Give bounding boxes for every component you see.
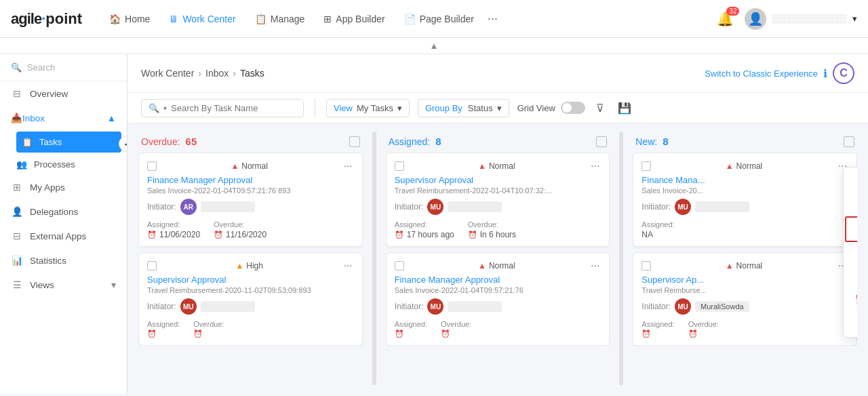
add-planner-icon: 📅 [854, 294, 857, 305]
card-checkbox[interactable] [642, 161, 651, 171]
card-assigned-1: ▲ Normal ··· Supervisor Approval Travel … [386, 153, 610, 247]
sidebar-item-myapps[interactable]: ⊞ My Apps [0, 175, 127, 199]
notification-button[interactable]: 🔔 32 [714, 8, 736, 30]
card-priority: ▲ Normal [231, 161, 268, 171]
myapps-icon: ⊞ [11, 182, 23, 193]
initiator-label: Initiator: [395, 202, 424, 212]
card-checkbox[interactable] [395, 161, 404, 171]
ctx-eform-report[interactable]: ≡ eForm Report View [844, 311, 857, 334]
card-title[interactable]: Finance Manager Approval [395, 275, 601, 285]
group-label: Group By [425, 103, 462, 113]
card-menu-button[interactable]: ··· [342, 260, 353, 272]
breadcrumb: Work Center › Inbox › Tasks [141, 68, 264, 79]
overdue-date: Overdue: ⏰ [193, 320, 224, 338]
card-menu-button[interactable]: ··· [342, 160, 353, 172]
logo[interactable]: agile·point [11, 10, 82, 28]
col-assigned-cards: ▲ Normal ··· Supervisor Approval Travel … [386, 153, 610, 346]
col-header-assigned: Assigned: 8 [386, 132, 610, 153]
assigned-label: Assigned: [395, 320, 427, 328]
switch-classic-link[interactable]: Switch to Classic Experience [705, 68, 818, 79]
sidebar-search[interactable]: 🔍 Search [0, 54, 127, 81]
add-watchlist-icon: ⚙ [854, 271, 857, 282]
assigned-label: Assigned: [642, 220, 674, 229]
col-assigned-checkbox[interactable] [596, 136, 607, 147]
ctx-take-assignment[interactable]: 👤 Take Assignment [845, 216, 857, 242]
user-circle-icon[interactable]: C [833, 62, 854, 84]
nav-manage[interactable]: 📋 Manage [247, 9, 313, 28]
assigned-val: NA [642, 230, 674, 239]
group-select[interactable]: Group By Status ▾ [418, 99, 509, 117]
assigned-date: Assigned: ⏰ [147, 320, 180, 338]
col-new-checkbox[interactable] [844, 136, 854, 147]
sidebar-item-delegations[interactable]: 👤 Delegations [0, 199, 127, 224]
card-dates: Assigned: ⏰17 hours ago Overdue: ⏰In 6 h… [395, 220, 601, 239]
sidebar-item-externalapps[interactable]: ⊟ External Apps [0, 224, 127, 248]
sidebar-item-processes[interactable]: 👥 Processes [11, 154, 127, 175]
save-icon[interactable]: 💾 [615, 99, 634, 117]
card-checkbox[interactable] [147, 261, 157, 271]
priority-label: Normal [489, 261, 515, 271]
ctx-add-watchlist[interactable]: ⚙ Add To Watchlist [844, 265, 857, 288]
sidebar-item-views[interactable]: ☰ Views ▾ [0, 273, 127, 297]
more-button[interactable]: ··· [485, 12, 500, 26]
ctx-add-planner[interactable]: 📅 Add To Planner [844, 288, 857, 311]
assigned-label: Assigned: [147, 320, 180, 328]
sidebar-item-statistics-label: Statistics [30, 256, 66, 266]
filter-icon[interactable]: ⊽ [593, 99, 607, 117]
card-new-1: ▲ Normal ··· Finance Mana... Sales Invoi… [633, 153, 857, 247]
chevron-up-icon: ▲ [430, 41, 439, 51]
breadcrumb-inbox[interactable]: Inbox [205, 68, 229, 79]
sidebar-item-myapps-label: My Apps [30, 182, 65, 193]
card-title[interactable]: Supervisor Approval [147, 275, 354, 285]
nav-items: 🏠 Home 🖥 Work Center 📋 Manage ⊞ App Buil… [101, 9, 709, 28]
priority-up-icon: ▲ [478, 261, 486, 271]
card-menu-button[interactable]: ··· [589, 260, 601, 272]
card-priority: ▲ Normal [726, 161, 763, 171]
card-subtitle: Travel Reimbursement-2020-11-02T09:53:09… [147, 286, 354, 294]
card-subtitle: Travel Reimburse... [642, 286, 848, 294]
sidebar-item-overview[interactable]: ⊟ Overview [0, 81, 127, 106]
search-input[interactable] [171, 103, 293, 113]
ctx-cancel-process[interactable]: ⊘ Cancel Process [844, 170, 857, 193]
inbox-subitems: 📋 Tasks 👥 Processes [0, 132, 127, 175]
card-menu-button[interactable]: ··· [589, 160, 601, 172]
col-overdue-checkbox[interactable] [349, 136, 360, 147]
initiator-name [448, 201, 502, 212]
card-priority: ▲ Normal [726, 261, 763, 271]
card-checkbox[interactable] [642, 261, 651, 271]
search-dropdown-arrow[interactable]: ▾ [163, 104, 167, 112]
sidebar-item-inbox[interactable]: 📥 Inbox ▲ [0, 106, 127, 130]
card-priority: ▲ Normal [478, 161, 515, 171]
priority-label: Normal [736, 161, 763, 171]
toggle-switch[interactable] [561, 102, 585, 114]
col-new-title: New: [635, 136, 657, 147]
card-title[interactable]: Supervisor Approval [395, 175, 601, 185]
nav-pagebuilder[interactable]: 📄 Page Builder [396, 9, 482, 28]
collapse-bar[interactable]: ▲ [0, 38, 868, 54]
nav-workcenter[interactable]: 🖥 Work Center [161, 9, 243, 28]
card-title[interactable]: Supervisor Ap... [642, 275, 848, 285]
card-checkbox[interactable] [147, 161, 157, 171]
breadcrumb-bar: Work Center › Inbox › Tasks Switch to Cl… [127, 54, 868, 93]
view-select[interactable]: View My Tasks ▾ [326, 99, 410, 117]
ctx-task-details[interactable]: ℹ Task Details [844, 242, 857, 265]
card-assigned-2: ▲ Normal ··· Finance Manager Approval Sa… [386, 252, 610, 346]
search-box[interactable]: 🔍 ▾ [141, 99, 304, 117]
breadcrumb-workcenter[interactable]: Work Center [141, 68, 194, 79]
card-checkbox[interactable] [395, 261, 404, 271]
info-icon[interactable]: ℹ [823, 67, 827, 80]
sidebar-item-statistics[interactable]: 📊 Statistics [0, 248, 127, 273]
card-title[interactable]: Finance Mana... [642, 175, 848, 185]
notification-badge: 32 [726, 7, 739, 16]
user-area[interactable]: 👤 ░░░░░░░░░░░░ ▾ [745, 8, 857, 30]
card-title[interactable]: Finance Manager Approval [147, 175, 354, 185]
card-top: ▲ Normal ··· [642, 260, 848, 272]
ctx-rework[interactable]: ↺ Rework [844, 193, 857, 216]
content-area: Work Center › Inbox › Tasks Switch to Cl… [127, 54, 868, 393]
grid-view-toggle[interactable]: Grid View [517, 102, 585, 114]
nav-appbuilder[interactable]: ⊞ App Builder [315, 9, 393, 28]
sidebar-item-tasks[interactable]: 📋 Tasks [16, 132, 121, 153]
nav-home[interactable]: 🏠 Home [101, 9, 158, 28]
assigned-val: ⏰ [642, 330, 674, 338]
card-initiator: Initiator: MU [395, 298, 601, 315]
